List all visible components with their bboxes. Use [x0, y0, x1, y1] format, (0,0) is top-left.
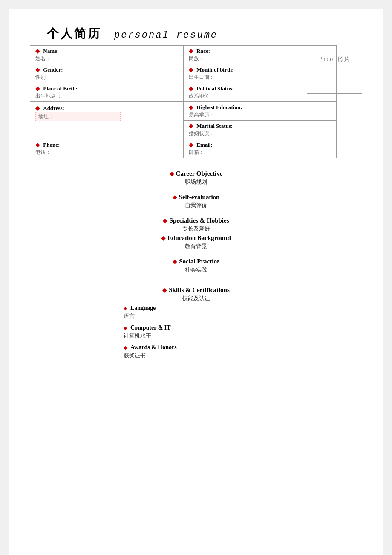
section-career: ◆ Career Objective 职场规划 — [30, 170, 362, 186]
subsection-language: ◆ Language 语言 — [30, 305, 362, 320]
diamond-gender: ◆ — [35, 66, 40, 73]
diamond-email: ◆ — [189, 142, 193, 148]
diamond-lang: ◆ — [124, 306, 127, 311]
section-social-cn: 社会实践 — [185, 266, 207, 274]
label-phone-en: Phone: — [43, 142, 60, 148]
diamond-marital: ◆ — [189, 123, 193, 129]
label-birth-en: Month of birth: — [196, 66, 233, 73]
section-education-en: ◆ Education Background — [161, 234, 231, 242]
label-address-cn: 地址： — [35, 112, 121, 121]
subsection-language-cn: 语言 — [124, 312, 135, 320]
title-en: personal resume — [114, 30, 218, 40]
diamond-political: ◆ — [189, 85, 193, 92]
section-social: ◆ Social Practice 社会实践 — [30, 258, 362, 274]
resume-page: Photo 照片 个人简历 personal resume ◆ Name: 姓名… — [9, 9, 383, 555]
label-edu-cn: 最高学历： — [189, 111, 333, 119]
cell-email: ◆ Email: 邮箱： — [184, 139, 337, 158]
main-content: ◆ Career Objective 职场规划 ◆ Self-evaluatio… — [30, 170, 362, 364]
section-skills-cn: 技能及认证 — [182, 295, 210, 302]
label-address-en: Address: — [43, 105, 64, 111]
diamond-social: ◆ — [173, 258, 177, 265]
diamond-race: ◆ — [189, 48, 193, 54]
diamond-name: ◆ — [35, 48, 40, 54]
diamond-place: ◆ — [35, 85, 40, 92]
photo-box: Photo 照片 — [307, 26, 362, 94]
subsection-awards: ◆ Awards & Honors 获奖证书 — [30, 344, 362, 359]
cell-highest-edu: ◆ Highest Education: 最高学历： — [184, 102, 337, 121]
label-edu-en: Highest Education: — [196, 104, 242, 110]
subsection-awards-en: ◆ Awards & Honors — [124, 344, 177, 351]
cell-address: ◆ Address: 地址： — [30, 102, 184, 139]
label-phone-cn: 电话： — [35, 149, 180, 156]
photo-label: Photo 照片 — [319, 56, 350, 64]
section-specialties: ◆ Specialties & Hobbies 专长及爱好 — [30, 217, 362, 233]
label-gender-en: Gender: — [43, 66, 63, 73]
label-race-en: Race: — [196, 48, 210, 54]
diamond-self: ◆ — [173, 194, 177, 201]
diamond-comp: ◆ — [124, 325, 127, 331]
diamond-spec: ◆ — [163, 217, 167, 224]
label-email-en: Email: — [196, 142, 213, 148]
section-education: ◆ Education Background 教育背景 — [30, 234, 362, 250]
section-career-cn: 职场规划 — [185, 178, 207, 186]
photo-label-en: Photo — [319, 56, 333, 64]
label-name-cn: 姓名： — [35, 55, 180, 62]
section-self-eval-cn: 自我评价 — [185, 202, 207, 209]
section-specialties-cn: 专长及爱好 — [182, 225, 210, 233]
photo-label-cn: 照片 — [338, 56, 350, 64]
diamond-edu2: ◆ — [161, 234, 166, 242]
diamond-birth: ◆ — [189, 66, 193, 73]
diamond-awards: ◆ — [124, 345, 127, 350]
subsection-computer: ◆ Computer & IT 计算机水平 — [30, 324, 362, 340]
cell-place-of-birth: ◆ Place of Birth: 出生地点 ： — [30, 83, 184, 102]
diamond-skills: ◆ — [162, 286, 167, 294]
label-marital-cn: 婚姻状况： — [189, 130, 333, 137]
label-place-cn: 出生地点 ： — [35, 92, 180, 100]
diamond-career: ◆ — [170, 170, 174, 177]
label-place-en: Place of Birth: — [43, 85, 78, 92]
page-number: 1 — [195, 544, 198, 551]
subsection-language-en: ◆ Language — [124, 305, 156, 312]
section-skills-en: ◆ Skills & Certifications — [162, 286, 230, 294]
cell-name: ◆ Name: 姓名： — [30, 46, 184, 64]
section-self-eval: ◆ Self-evaluation 自我评价 — [30, 194, 362, 209]
diamond-address: ◆ — [35, 105, 40, 111]
cell-gender: ◆ Gender: 性别 — [30, 64, 184, 83]
subsection-computer-en: ◆ Computer & IT — [124, 324, 171, 331]
label-marital-en: Marital Status: — [196, 123, 233, 129]
section-education-cn: 教育背景 — [185, 243, 207, 250]
label-email-cn: 邮箱： — [189, 149, 333, 156]
label-political-en: Political Status: — [196, 85, 234, 92]
title-cn: 个人简历 — [47, 26, 101, 42]
label-name-en: Name: — [43, 48, 59, 54]
section-career-en: ◆ Career Objective — [170, 170, 223, 177]
cell-marital: ◆ Marital Status: 婚姻状况： — [184, 121, 337, 139]
cell-phone: ◆ Phone: 电话： — [30, 139, 184, 158]
subsection-awards-cn: 获奖证书 — [124, 352, 146, 359]
diamond-phone: ◆ — [35, 142, 40, 148]
section-social-en: ◆ Social Practice — [173, 258, 219, 265]
subsection-computer-cn: 计算机水平 — [124, 332, 151, 340]
section-skills: ◆ Skills & Certifications 技能及认证 — [30, 286, 362, 302]
label-gender-cn: 性别 — [35, 74, 180, 81]
info-table: ◆ Name: 姓名： ◆ Race: 民族： ◆ Gender: 性别 ◆ M… — [30, 45, 337, 158]
section-specialties-en: ◆ Specialties & Hobbies — [163, 217, 229, 224]
section-self-eval-en: ◆ Self-evaluation — [173, 194, 220, 201]
diamond-edu: ◆ — [189, 104, 193, 110]
